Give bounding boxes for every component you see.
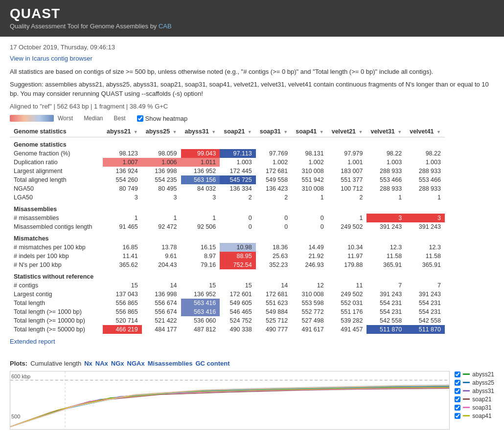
row-value: 98.22 [406, 149, 445, 158]
row-value: 1.001 [328, 158, 367, 167]
section-header: Misassemblies [10, 202, 445, 214]
legend-item-soap31: soap31 [455, 404, 494, 411]
legend-color-abyss31 [463, 390, 470, 392]
row-value: 554 231 [367, 299, 406, 307]
row-name: Total length (>= 50000 bp) [10, 325, 103, 334]
tab-ngx[interactable]: NGx [111, 360, 124, 367]
row-value: 79.16 [181, 261, 220, 269]
row-value: 1.003 [406, 158, 445, 167]
row-value: 100 712 [328, 184, 367, 193]
row-name: Largest contig [10, 290, 103, 299]
row-value: 542 558 [406, 316, 445, 325]
cab-link[interactable]: CAB [159, 22, 172, 30]
tab-ngax[interactable]: NGAx [127, 360, 145, 367]
table-row: Total length (>= 10000 bp)520 714521 422… [10, 316, 445, 325]
row-value: 511 870 [406, 325, 445, 334]
legend-check-abyss21[interactable] [455, 371, 460, 377]
row-value: 11.41 [103, 252, 142, 261]
row-value: 1.002 [292, 158, 327, 167]
row-value: 3 [406, 214, 445, 222]
legend-label-soap41: soap41 [472, 413, 491, 419]
plots-label: Plots: Cumulative length Nx NAx NGx NGAx… [10, 360, 494, 367]
row-value: 553 466 [406, 175, 445, 184]
heatmap-labels: Worst Median Best [58, 115, 126, 122]
row-value: 466 219 [103, 325, 142, 334]
row-value: 25.63 [256, 252, 292, 261]
row-value: 3 [142, 193, 181, 202]
row-value: 542 558 [367, 316, 406, 325]
info-text-2: Suggestion: assemblies abyss21, abyss25,… [10, 80, 494, 99]
row-value: 92 472 [142, 222, 181, 231]
row-value: 556 674 [142, 307, 181, 316]
table-row: Largest contig137 043136 998136 952172 6… [10, 290, 445, 299]
row-value: 551 176 [328, 307, 367, 316]
table-row: Total length (>= 50000 bp)466 219484 177… [10, 325, 445, 334]
row-value: 1 [103, 214, 142, 222]
row-value: 288 933 [367, 167, 406, 175]
row-value: 556 674 [142, 299, 181, 307]
tab-nx[interactable]: Nx [84, 360, 92, 367]
row-value: 14.49 [292, 243, 327, 252]
row-value: 249 502 [328, 222, 367, 231]
tab-cumulative[interactable]: Cumulative length [30, 360, 81, 367]
row-value: 288 933 [367, 184, 406, 193]
row-value: 1 [406, 193, 445, 202]
row-value: 527 498 [292, 316, 327, 325]
row-value: 99.043 [181, 149, 220, 158]
row-value: 97.769 [256, 149, 292, 158]
row-value: 365.62 [103, 261, 142, 269]
row-value: 204.43 [142, 261, 181, 269]
row-value: 11.58 [367, 252, 406, 261]
row-value: 1 [292, 193, 327, 202]
y-label-bottom: 500 [11, 414, 20, 419]
legend-check-soap41[interactable] [455, 413, 460, 419]
row-value: 491 617 [292, 325, 327, 334]
app-title: QUAST [10, 6, 494, 22]
row-value: 551 623 [256, 299, 292, 307]
table-row: # misassemblies111000133 [10, 214, 445, 222]
row-value: 310 008 [292, 167, 327, 175]
section-header: Statistics without reference [10, 269, 445, 281]
heatmap-checkbox-label: Show heatmap [145, 115, 188, 122]
row-value: 365.91 [367, 261, 406, 269]
table-header-row: Genome statistics abyss21 ▼ abyss25 ▼ ab… [10, 127, 445, 137]
row-value: 84 032 [181, 184, 220, 193]
tab-nax[interactable]: NAx [95, 360, 108, 367]
legend-item-soap41: soap41 [455, 413, 494, 419]
row-value: 1.003 [367, 158, 406, 167]
row-value: 546 465 [220, 307, 255, 316]
legend-check-abyss31[interactable] [455, 388, 460, 394]
extended-report-link[interactable]: Extended report [10, 338, 494, 345]
heatmap-checkbox-container[interactable]: Show heatmap [137, 115, 188, 122]
table-row: # indels per 100 kbp11.419.618.9788.9525… [10, 252, 445, 261]
row-value: 288 933 [406, 184, 445, 193]
table-row: # contigs1514151514121177 [10, 281, 445, 290]
row-name: LGA50 [10, 193, 103, 202]
row-value: 487 812 [181, 325, 220, 334]
legend-check-soap31[interactable] [455, 405, 460, 411]
legend-check-abyss25[interactable] [455, 380, 460, 386]
row-value: 11.58 [406, 252, 445, 261]
legend-check-soap21[interactable] [455, 396, 460, 402]
icarus-link[interactable]: View in Icarus contig browser [10, 55, 494, 62]
table-row: # mismatches per 100 kbp16.8513.7816.151… [10, 243, 445, 252]
row-name: Total length [10, 299, 103, 307]
row-value: 80 495 [142, 184, 181, 193]
row-value: 7 [406, 281, 445, 290]
row-value: 391 243 [406, 290, 445, 299]
legend-color-soap21 [463, 398, 470, 400]
row-value: 551 942 [292, 175, 327, 184]
table-row: # N's per 100 kbp365.62204.4379.16752.54… [10, 261, 445, 269]
row-value: 310 008 [292, 184, 327, 193]
col-header-velvet41: velvet41 ▼ [406, 127, 445, 137]
tab-misassemblies[interactable]: Misassemblies [148, 360, 193, 367]
row-value: 92 506 [181, 222, 220, 231]
legend-label-soap31: soap31 [472, 404, 491, 411]
tab-gc-content[interactable]: GC content [195, 360, 229, 367]
table-row: Duplication ratio1.0071.0061.0111.0031.0… [10, 158, 445, 167]
row-value: 365.91 [406, 261, 445, 269]
row-value: 563 156 [181, 175, 220, 184]
row-value: 391 243 [367, 222, 406, 231]
heatmap-checkbox[interactable] [137, 115, 143, 122]
legend-color-soap31 [463, 407, 470, 408]
